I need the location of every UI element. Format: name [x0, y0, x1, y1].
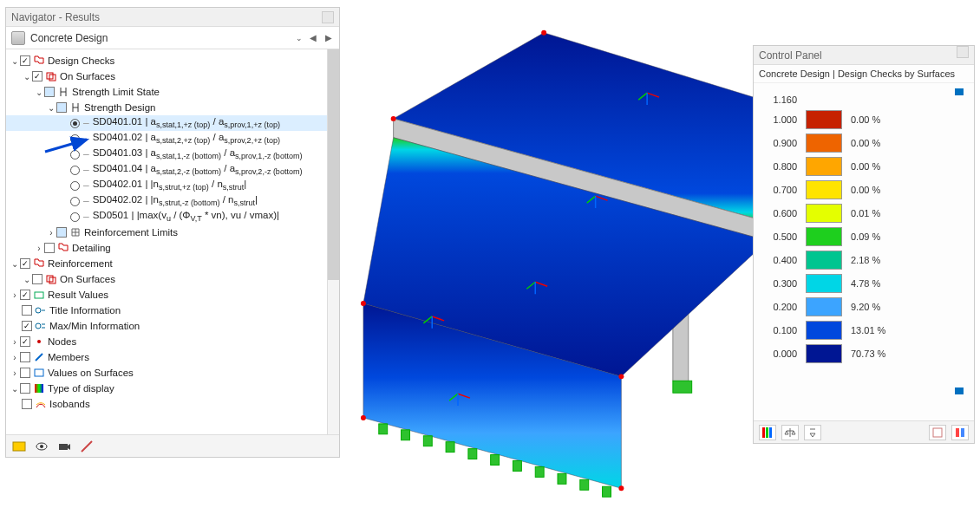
svg-point-7: [37, 340, 41, 343]
tree-item-sd0401-01[interactable]: – SD0401.01 | as,stat,1,+z (top) / as,pr…: [6, 115, 339, 131]
svg-line-14: [45, 140, 87, 152]
nodes-icon: [33, 335, 45, 348]
svg-rect-68: [956, 428, 959, 437]
legend-swatch[interactable]: [806, 321, 842, 340]
svg-point-6: [36, 323, 41, 329]
chevron-down-icon[interactable]: ⌄: [296, 34, 303, 42]
legend-swatch[interactable]: [806, 157, 842, 176]
legend-swatch[interactable]: [806, 297, 842, 316]
legend-swatch[interactable]: [806, 110, 842, 129]
footer-view-icon[interactable]: [11, 439, 27, 454]
tree-item-sd0402-02[interactable]: – SD0402.02 | |ns,strut,-z (bottom) / ns…: [6, 193, 339, 209]
svg-rect-10: [13, 442, 25, 451]
control-panel: Control Panel Concrete Design | Design C…: [753, 45, 975, 444]
svg-rect-64: [762, 427, 765, 438]
tree-type-of-display[interactable]: ⌄ Type of display: [6, 381, 339, 396]
results-tree[interactable]: ⌄ Design Checks ⌄ On Surfaces ⌄ Strength…: [6, 49, 339, 434]
tree-values-on-surfaces[interactable]: › Values on Surfaces: [6, 365, 339, 381]
svg-rect-66: [769, 427, 772, 438]
legend-value: 0.300: [761, 278, 797, 289]
legend-percent: 0.09 %: [851, 231, 880, 242]
legend-row: 0.10013.01 %: [761, 318, 967, 342]
tree-item-sd0402-01[interactable]: – SD0402.01 | |ns,strut,+z (top) / ns,st…: [6, 178, 339, 193]
svg-rect-35: [535, 466, 544, 477]
svg-point-39: [541, 30, 546, 36]
legend-min-marker[interactable]: [955, 387, 964, 394]
svg-rect-36: [558, 473, 566, 484]
svg-rect-30: [423, 436, 432, 446]
svg-rect-33: [491, 455, 500, 466]
legend-row: 0.3004.78 %: [761, 271, 967, 295]
surfaces-icon: [45, 273, 57, 285]
flag-line-icon[interactable]: [79, 439, 95, 454]
tree-on-surfaces-2[interactable]: ⌄ On Surfaces: [6, 271, 339, 287]
tree-item-sd0401-04[interactable]: – SD0401.04 | as,stat,2,-z (bottom) / as…: [6, 162, 339, 178]
tree-detailing[interactable]: › Detailing: [6, 240, 339, 256]
legend-value: 0.600: [761, 208, 797, 218]
legend-swatch[interactable]: [806, 274, 842, 293]
tree-on-surfaces[interactable]: ⌄ On Surfaces: [6, 68, 339, 84]
maxmin-icon: [35, 320, 47, 332]
radio-icon[interactable]: [70, 181, 80, 191]
legend-swatch[interactable]: [806, 227, 842, 246]
camera-icon[interactable]: [56, 439, 72, 454]
radio-icon[interactable]: [70, 212, 80, 222]
tree-title-info[interactable]: Title Information: [6, 303, 339, 318]
svg-point-47: [361, 415, 366, 420]
legend-max-marker[interactable]: [955, 88, 964, 95]
tree-members[interactable]: › Members: [6, 349, 339, 365]
control-panel-close-button[interactable]: [957, 46, 969, 58]
legend-row: 0.4002.18 %: [761, 248, 967, 271]
legend-value: 0.200: [761, 302, 797, 312]
reinforcement-icon: [33, 257, 45, 270]
tree-item-label: SD0401.03 | as,stat,1,-z (bottom) / as,p…: [93, 147, 303, 160]
values-surfaces-icon: [33, 367, 45, 379]
tree-nodes[interactable]: › Nodes: [6, 334, 339, 349]
radio-icon[interactable]: [70, 197, 80, 206]
svg-point-5: [36, 308, 41, 313]
tree-strength-design[interactable]: ⌄ Strength Design: [6, 100, 339, 115]
legend-value: 0.400: [761, 255, 797, 265]
tree-item-sd0501[interactable]: – SD0501 | |max(vu / (ΦV,T * vn), vu / v…: [6, 209, 339, 225]
control-panel-subtitle: Concrete Design | Design Checks by Surfa…: [754, 65, 974, 83]
svg-point-48: [618, 485, 624, 491]
control-panel-tabs: [754, 420, 974, 443]
tree-strength-limit-state[interactable]: ⌄ Strength Limit State: [6, 84, 339, 100]
tree-reinforcement-limits[interactable]: › Reinforcement Limits: [6, 225, 339, 240]
reinf-limits-icon: [69, 226, 82, 238]
navigator-panel: Navigator - Results Concrete Design ⌄ ◀ …: [5, 7, 340, 458]
legend-swatch[interactable]: [806, 344, 842, 363]
navigator-title-text: Navigator - Results: [11, 8, 100, 27]
result-values-icon: [33, 289, 45, 301]
tab-settings-1[interactable]: [929, 425, 946, 440]
tab-colorscale[interactable]: [759, 425, 776, 440]
radio-icon[interactable]: [70, 166, 80, 175]
legend-value: 1.000: [761, 114, 797, 125]
svg-rect-9: [35, 384, 43, 393]
svg-point-12: [40, 445, 43, 448]
navigator-mode-dropdown[interactable]: Concrete Design: [30, 32, 291, 44]
eye-icon[interactable]: [34, 439, 49, 454]
legend-swatch[interactable]: [806, 180, 842, 199]
tree-maxmin-info[interactable]: Max/Min Information: [6, 318, 339, 334]
tab-balance[interactable]: [781, 425, 799, 440]
tab-export[interactable]: [804, 425, 821, 440]
tree-isobands[interactable]: Isobands: [6, 396, 339, 412]
svg-rect-65: [766, 427, 768, 438]
legend-swatch[interactable]: [806, 204, 842, 223]
nav-next-button[interactable]: ▶: [323, 31, 334, 45]
legend-swatch[interactable]: [806, 251, 842, 270]
tab-settings-2[interactable]: [951, 425, 969, 440]
legend-swatch[interactable]: [806, 134, 842, 153]
radio-icon[interactable]: [70, 119, 80, 128]
legend-value: 0.500: [761, 231, 797, 242]
tree-result-values[interactable]: › Result Values: [6, 287, 339, 303]
tree-design-checks[interactable]: ⌄ Design Checks: [6, 53, 339, 68]
legend-row: 0.00070.73 %: [761, 342, 967, 365]
nav-prev-button[interactable]: ◀: [308, 31, 318, 45]
tree-reinforcement[interactable]: ⌄ Reinforcement: [6, 256, 339, 271]
svg-rect-67: [933, 428, 942, 437]
tree-scrollbar[interactable]: [327, 49, 339, 434]
navigator-close-button[interactable]: [322, 11, 334, 23]
navigator-titlebar: Navigator - Results: [6, 8, 339, 27]
